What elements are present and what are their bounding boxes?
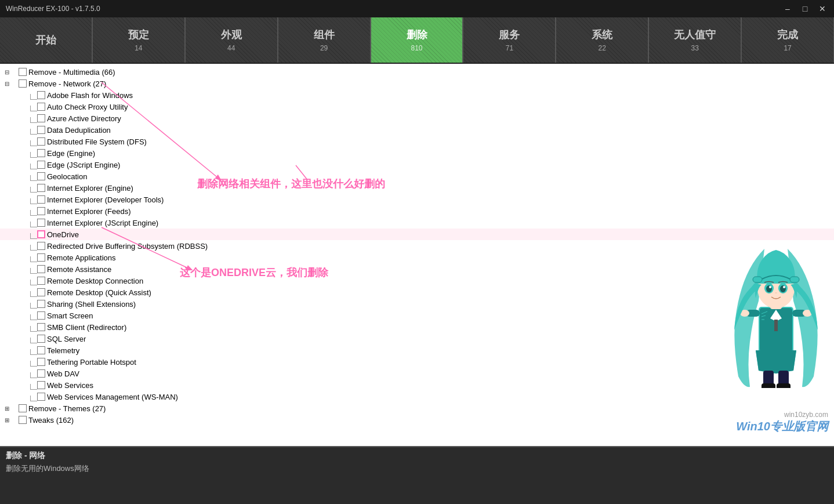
tree-item[interactable]: OneDrive [0, 229, 834, 240]
tree-checkbox[interactable] [37, 195, 45, 204]
tree-item-label: Tweaks (162) [28, 416, 74, 425]
tree-checkbox[interactable] [37, 358, 45, 366]
tree-checkbox[interactable] [37, 393, 45, 401]
tree-item[interactable]: Remote Desktop (Quick Assist) [0, 287, 834, 298]
nav-tab-组件[interactable]: 组件29 [278, 17, 371, 63]
maximize-button[interactable]: □ [799, 3, 811, 14]
tree-item-label: Remote Desktop (Quick Assist) [47, 288, 151, 297]
tree-area[interactable]: ⊟Remove - Multimedia (66)⊟Remove - Netwo… [0, 64, 834, 446]
tree-list: ⊟Remove - Multimedia (66)⊟Remove - Netwo… [0, 66, 834, 426]
tree-checkbox[interactable] [37, 300, 45, 308]
tree-item[interactable]: Edge (Engine) [0, 147, 834, 159]
nav-tab-预定[interactable]: 预定14 [92, 17, 185, 63]
tree-item[interactable]: ⊟Remove - Network (27) [0, 78, 834, 89]
nav-tab-count: 810 [411, 44, 422, 52]
nav-tab-系统[interactable]: 系统22 [556, 17, 648, 63]
tree-checkbox[interactable] [37, 265, 45, 273]
tree-expander[interactable]: ⊟ [2, 79, 12, 88]
tree-item[interactable]: SMB Client (Redirector) [0, 321, 834, 333]
tree-item[interactable]: Internet Explorer (JScript Engine) [0, 217, 834, 229]
tree-checkbox[interactable] [37, 335, 45, 343]
tree-expander[interactable]: ⊟ [2, 67, 12, 77]
tree-expander[interactable]: ⊞ [2, 415, 12, 425]
nav-tab-开始[interactable]: 开始 [0, 17, 92, 63]
tree-item[interactable]: Remote Assistance [0, 263, 834, 275]
nav-tab-count: 44 [227, 44, 235, 52]
nav-tab-label: 删除 [407, 28, 427, 42]
tree-checkbox[interactable] [37, 288, 45, 296]
tree-checkbox[interactable] [37, 311, 45, 320]
tree-item[interactable]: Remote Desktop Connection [0, 275, 834, 287]
tree-checkbox[interactable] [37, 103, 45, 111]
tree-item[interactable]: Adobe Flash for Windows [0, 89, 834, 101]
tree-item[interactable]: Smart Screen [0, 310, 834, 321]
tree-item[interactable]: Distributed File System (DFS) [0, 136, 834, 147]
main-content: ⊟Remove - Multimedia (66)⊟Remove - Netwo… [0, 64, 834, 504]
nav-tab-count: 33 [691, 44, 699, 52]
tree-item-label: Internet Explorer (Engine) [47, 184, 133, 193]
nav-tab-完成[interactable]: 完成17 [741, 17, 834, 63]
tree-item[interactable]: Data Deduplication [0, 124, 834, 136]
tree-checkbox[interactable] [37, 323, 45, 331]
tree-item[interactable]: Telemetry [0, 345, 834, 356]
tree-item-label: Sharing (Shell Extensions) [47, 300, 136, 309]
tree-checkbox[interactable] [37, 114, 45, 122]
tree-expander[interactable]: ⊞ [2, 404, 12, 413]
watermark-brand: Win10专业版官网 [736, 419, 828, 434]
tree-checkbox[interactable] [37, 126, 45, 134]
tree-item[interactable]: ⊞Tweaks (162) [0, 414, 834, 426]
close-button[interactable]: ✕ [817, 3, 828, 14]
tree-checkbox[interactable] [37, 346, 45, 354]
tree-checkbox[interactable] [19, 68, 27, 76]
tree-item-label: Distributed File System (DFS) [47, 137, 147, 146]
tree-checkbox[interactable] [37, 253, 45, 262]
tree-item[interactable]: Internet Explorer (Engine) [0, 182, 834, 194]
tree-item[interactable]: Web Services [0, 379, 834, 391]
titlebar-controls: – □ ✕ [782, 3, 828, 14]
tree-item-label: Remote Desktop Connection [47, 277, 143, 285]
nav-tab-label: 完成 [777, 28, 798, 42]
tree-item[interactable]: Remote Applications [0, 252, 834, 263]
tree-checkbox[interactable] [37, 242, 45, 250]
nav-tab-删除[interactable]: 删除810 [371, 17, 463, 63]
nav-tab-无人值守[interactable]: 无人值守33 [648, 17, 741, 63]
tree-checkbox[interactable] [37, 137, 45, 146]
tree-checkbox[interactable] [37, 230, 45, 238]
tree-item[interactable]: Internet Explorer (Feeds) [0, 205, 834, 217]
tree-checkbox[interactable] [37, 381, 45, 389]
tree-checkbox[interactable] [37, 369, 45, 378]
tree-item[interactable]: Internet Explorer (Developer Tools) [0, 194, 834, 205]
tree-checkbox[interactable] [37, 184, 45, 192]
tree-item[interactable]: Web DAV [0, 368, 834, 379]
tree-item[interactable]: ⊞Remove - Themes (27) [0, 403, 834, 414]
tree-item[interactable]: Auto Check Proxy Utility [0, 101, 834, 113]
tree-checkbox[interactable] [37, 91, 45, 99]
tree-item-label: Smart Screen [47, 311, 93, 320]
tree-item[interactable]: Sharing (Shell Extensions) [0, 298, 834, 310]
tree-item[interactable]: Azure Active Directory [0, 113, 834, 124]
tree-item[interactable]: Redirected Drive Buffering Subsystem (RD… [0, 240, 834, 252]
tree-checkbox[interactable] [37, 149, 45, 157]
nav-tab-label: 预定 [128, 28, 149, 42]
tree-item[interactable]: Tethering Portable Hotspot [0, 356, 834, 368]
tree-item[interactable]: Web Services Management (WS-MAN) [0, 391, 834, 403]
tree-checkbox[interactable] [37, 207, 45, 215]
tree-checkbox[interactable] [19, 79, 27, 88]
tree-item[interactable]: Edge (JScript Engine) [0, 159, 834, 171]
tree-checkbox[interactable] [19, 404, 27, 412]
tree-item[interactable]: Geolocation [0, 171, 834, 182]
tree-item-label: Tethering Portable Hotspot [47, 358, 136, 367]
tree-checkbox[interactable] [37, 172, 45, 180]
tree-item-label: Internet Explorer (Feeds) [47, 207, 131, 216]
tree-checkbox[interactable] [37, 219, 45, 227]
minimize-button[interactable]: – [782, 3, 793, 14]
nav-tab-服务[interactable]: 服务71 [463, 17, 556, 63]
tree-checkbox[interactable] [37, 277, 45, 285]
tree-checkbox[interactable] [37, 161, 45, 169]
tree-checkbox[interactable] [19, 416, 27, 424]
tree-item-label: SMB Client (Redirector) [47, 323, 126, 332]
nav-tab-外观[interactable]: 外观44 [185, 17, 278, 63]
tree-item[interactable]: ⊟Remove - Multimedia (66) [0, 66, 834, 78]
tree-item-label: Web DAV [47, 369, 79, 378]
tree-item[interactable]: SQL Server [0, 333, 834, 345]
